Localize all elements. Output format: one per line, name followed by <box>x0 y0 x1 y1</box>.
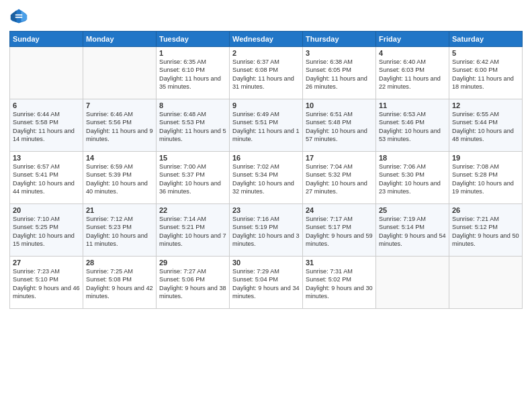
svg-marker-2 <box>11 10 17 22</box>
day-cell: 14Sunrise: 6:59 AM Sunset: 5:39 PM Dayli… <box>83 152 157 204</box>
day-info: Sunrise: 7:12 AM Sunset: 5:23 PM Dayligh… <box>86 215 153 248</box>
day-cell: 15Sunrise: 7:00 AM Sunset: 5:37 PM Dayli… <box>157 152 230 204</box>
day-info: Sunrise: 6:59 AM Sunset: 5:39 PM Dayligh… <box>86 163 153 196</box>
svg-rect-4 <box>15 17 23 18</box>
day-number: 10 <box>306 101 373 109</box>
day-cell: 9Sunrise: 6:49 AM Sunset: 5:51 PM Daylig… <box>230 99 303 152</box>
day-cell <box>376 257 449 309</box>
page: SundayMondayTuesdayWednesdayThursdayFrid… <box>0 0 532 411</box>
calendar-table: SundayMondayTuesdayWednesdayThursdayFrid… <box>9 31 523 309</box>
week-row-2: 13Sunrise: 6:57 AM Sunset: 5:41 PM Dayli… <box>10 152 523 204</box>
day-number: 23 <box>232 206 300 214</box>
day-number: 14 <box>86 154 153 162</box>
header-cell-thursday: Thursday <box>303 32 376 47</box>
day-cell: 1Sunrise: 6:35 AM Sunset: 6:10 PM Daylig… <box>157 47 230 99</box>
day-info: Sunrise: 7:23 AM Sunset: 5:10 PM Dayligh… <box>13 267 80 301</box>
day-info: Sunrise: 6:42 AM Sunset: 6:00 PM Dayligh… <box>452 58 519 91</box>
day-number: 20 <box>13 206 80 214</box>
day-cell: 12Sunrise: 6:55 AM Sunset: 5:44 PM Dayli… <box>449 99 523 152</box>
day-number: 30 <box>232 259 300 267</box>
day-number: 17 <box>306 154 373 162</box>
day-cell: 8Sunrise: 6:48 AM Sunset: 5:53 PM Daylig… <box>157 99 230 152</box>
day-cell: 20Sunrise: 7:10 AM Sunset: 5:25 PM Dayli… <box>10 204 83 257</box>
day-info: Sunrise: 6:38 AM Sunset: 6:05 PM Dayligh… <box>306 58 373 91</box>
day-info: Sunrise: 7:16 AM Sunset: 5:19 PM Dayligh… <box>232 215 300 248</box>
day-info: Sunrise: 6:53 AM Sunset: 5:46 PM Dayligh… <box>379 110 446 144</box>
day-info: Sunrise: 6:48 AM Sunset: 5:53 PM Dayligh… <box>159 110 226 144</box>
day-cell: 28Sunrise: 7:25 AM Sunset: 5:08 PM Dayli… <box>83 257 157 309</box>
svg-rect-3 <box>15 14 23 15</box>
day-info: Sunrise: 7:29 AM Sunset: 5:04 PM Dayligh… <box>232 267 300 301</box>
day-number: 1 <box>159 49 226 57</box>
day-cell: 22Sunrise: 7:14 AM Sunset: 5:21 PM Dayli… <box>157 204 230 257</box>
week-row-3: 20Sunrise: 7:10 AM Sunset: 5:25 PM Dayli… <box>10 204 523 257</box>
day-cell: 3Sunrise: 6:38 AM Sunset: 6:05 PM Daylig… <box>303 47 376 99</box>
day-cell: 2Sunrise: 6:37 AM Sunset: 6:08 PM Daylig… <box>230 47 303 99</box>
day-info: Sunrise: 6:55 AM Sunset: 5:44 PM Dayligh… <box>452 110 519 144</box>
day-cell <box>449 257 523 309</box>
day-number: 19 <box>452 154 519 162</box>
day-cell: 24Sunrise: 7:17 AM Sunset: 5:17 PM Dayli… <box>303 204 376 257</box>
header-cell-wednesday: Wednesday <box>230 32 303 47</box>
day-cell: 21Sunrise: 7:12 AM Sunset: 5:23 PM Dayli… <box>83 204 157 257</box>
day-number: 2 <box>232 49 300 57</box>
day-number: 12 <box>452 101 519 109</box>
day-cell: 16Sunrise: 7:02 AM Sunset: 5:34 PM Dayli… <box>230 152 303 204</box>
day-cell <box>83 47 157 99</box>
day-number: 16 <box>232 154 300 162</box>
logo <box>9 7 31 26</box>
day-info: Sunrise: 7:14 AM Sunset: 5:21 PM Dayligh… <box>159 215 226 248</box>
day-info: Sunrise: 7:17 AM Sunset: 5:17 PM Dayligh… <box>306 215 373 248</box>
day-number: 9 <box>232 101 300 109</box>
day-info: Sunrise: 7:31 AM Sunset: 5:02 PM Dayligh… <box>306 267 373 301</box>
day-number: 28 <box>86 259 153 267</box>
day-number: 7 <box>86 101 153 109</box>
day-cell: 4Sunrise: 6:40 AM Sunset: 6:03 PM Daylig… <box>376 47 449 99</box>
day-info: Sunrise: 6:37 AM Sunset: 6:08 PM Dayligh… <box>232 58 300 91</box>
day-cell: 17Sunrise: 7:04 AM Sunset: 5:32 PM Dayli… <box>303 152 376 204</box>
day-info: Sunrise: 6:51 AM Sunset: 5:48 PM Dayligh… <box>306 110 373 144</box>
day-number: 8 <box>159 101 226 109</box>
day-cell <box>10 47 83 99</box>
logo-icon <box>9 7 28 26</box>
day-number: 31 <box>306 259 373 267</box>
day-number: 6 <box>13 101 80 109</box>
day-cell: 29Sunrise: 7:27 AM Sunset: 5:06 PM Dayli… <box>157 257 230 309</box>
day-info: Sunrise: 6:40 AM Sunset: 6:03 PM Dayligh… <box>379 58 446 91</box>
day-number: 18 <box>379 154 446 162</box>
header <box>9 7 523 26</box>
day-number: 4 <box>379 49 446 57</box>
day-cell: 31Sunrise: 7:31 AM Sunset: 5:02 PM Dayli… <box>303 257 376 309</box>
day-cell: 30Sunrise: 7:29 AM Sunset: 5:04 PM Dayli… <box>230 257 303 309</box>
header-cell-tuesday: Tuesday <box>157 32 230 47</box>
svg-marker-1 <box>21 10 28 22</box>
day-info: Sunrise: 7:21 AM Sunset: 5:12 PM Dayligh… <box>452 215 519 248</box>
day-cell: 11Sunrise: 6:53 AM Sunset: 5:46 PM Dayli… <box>376 99 449 152</box>
day-number: 25 <box>379 206 446 214</box>
day-info: Sunrise: 7:25 AM Sunset: 5:08 PM Dayligh… <box>86 267 153 301</box>
day-cell: 26Sunrise: 7:21 AM Sunset: 5:12 PM Dayli… <box>449 204 523 257</box>
day-info: Sunrise: 7:08 AM Sunset: 5:28 PM Dayligh… <box>452 163 519 196</box>
day-cell: 7Sunrise: 6:46 AM Sunset: 5:56 PM Daylig… <box>83 99 157 152</box>
day-cell: 27Sunrise: 7:23 AM Sunset: 5:10 PM Dayli… <box>10 257 83 309</box>
day-number: 24 <box>306 206 373 214</box>
day-info: Sunrise: 6:46 AM Sunset: 5:56 PM Dayligh… <box>86 110 153 144</box>
day-info: Sunrise: 6:49 AM Sunset: 5:51 PM Dayligh… <box>232 110 300 144</box>
day-cell: 5Sunrise: 6:42 AM Sunset: 6:00 PM Daylig… <box>449 47 523 99</box>
day-cell: 25Sunrise: 7:19 AM Sunset: 5:14 PM Dayli… <box>376 204 449 257</box>
day-cell: 19Sunrise: 7:08 AM Sunset: 5:28 PM Dayli… <box>449 152 523 204</box>
day-number: 29 <box>159 259 226 267</box>
day-info: Sunrise: 7:06 AM Sunset: 5:30 PM Dayligh… <box>379 163 446 196</box>
day-info: Sunrise: 6:35 AM Sunset: 6:10 PM Dayligh… <box>159 58 226 91</box>
day-info: Sunrise: 7:27 AM Sunset: 5:06 PM Dayligh… <box>159 267 226 301</box>
day-cell: 23Sunrise: 7:16 AM Sunset: 5:19 PM Dayli… <box>230 204 303 257</box>
day-cell: 13Sunrise: 6:57 AM Sunset: 5:41 PM Dayli… <box>10 152 83 204</box>
day-cell: 6Sunrise: 6:44 AM Sunset: 5:58 PM Daylig… <box>10 99 83 152</box>
day-number: 11 <box>379 101 446 109</box>
header-cell-saturday: Saturday <box>449 32 523 47</box>
day-number: 13 <box>13 154 80 162</box>
week-row-4: 27Sunrise: 7:23 AM Sunset: 5:10 PM Dayli… <box>10 257 523 309</box>
day-number: 21 <box>86 206 153 214</box>
day-number: 15 <box>159 154 226 162</box>
day-number: 5 <box>452 49 519 57</box>
